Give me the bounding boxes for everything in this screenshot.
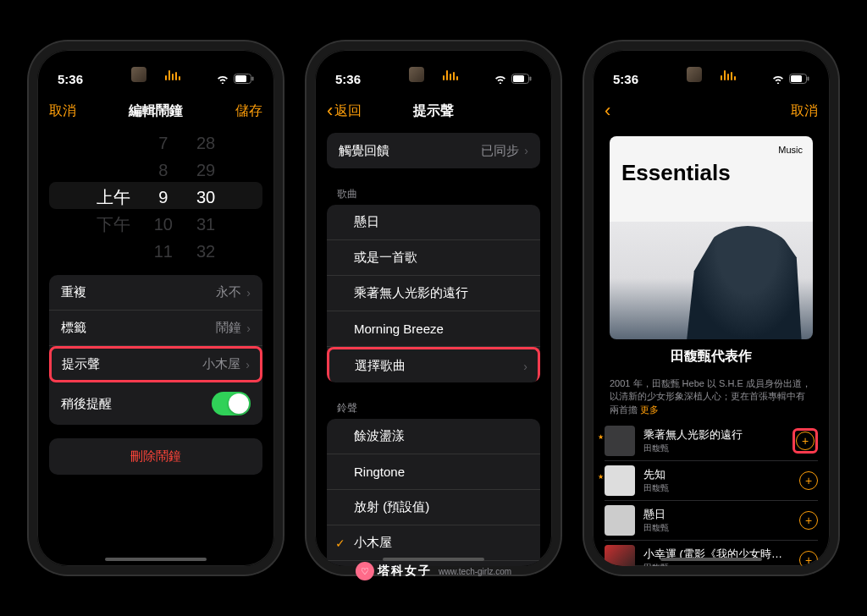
track-thumb [605, 426, 635, 456]
add-button[interactable]: + [799, 551, 818, 566]
island-album-art [687, 67, 702, 82]
album-card: Music Essentials 田馥甄代表作 [610, 136, 813, 366]
wifi-icon [771, 72, 785, 86]
svg-rect-8 [808, 76, 809, 80]
tag-value: 鬧鐘 [216, 320, 241, 336]
haptic-label: 觸覺回饋 [339, 143, 389, 159]
track-row[interactable]: ★ 先知田馥甄 + [605, 461, 818, 501]
choose-song-label: 選擇歌曲 [340, 358, 406, 374]
picker-hour-col[interactable]: 7 8 9 10 11 [154, 129, 173, 261]
album-artist-figure [687, 226, 809, 339]
sound-label: 提示聲 [62, 356, 100, 372]
haptic-row[interactable]: 觸覺回饋 已同步› [327, 133, 540, 168]
back-button[interactable]: ‹ [605, 100, 647, 122]
status-time: 5:36 [58, 72, 83, 86]
track-row[interactable]: 懸日田馥甄 + [605, 501, 818, 541]
chevron-left-icon: ‹ [327, 100, 333, 122]
snooze-row: 稍後提醒 [49, 382, 262, 425]
ringtones-group: 餘波盪漾 Ringtone 放射 (預設值) ✓小木屋 山谷 水銀 四方 幼苗 [327, 419, 540, 566]
watermark-brand: 塔科女子 [378, 564, 432, 579]
track-thumb [605, 505, 635, 536]
section-header-songs: 歌曲 [315, 182, 552, 205]
wifi-icon [216, 72, 229, 86]
dynamic-island[interactable] [665, 62, 757, 87]
time-picker[interactable]: 上午 下午 7 8 9 10 11 28 29 30 31 32 [49, 129, 262, 261]
back-button[interactable]: ‹返回 [327, 100, 369, 122]
delete-alarm-button[interactable]: 刪除鬧鐘 [49, 438, 262, 475]
ringtone-row[interactable]: 餘波盪漾 [327, 419, 540, 454]
repeat-row[interactable]: 重複 永不› [49, 275, 262, 311]
check-icon: ✓ [335, 536, 345, 550]
island-audio-bars-icon [443, 69, 458, 80]
chevron-right-icon: › [246, 286, 251, 300]
nav-bar: ‹ 取消 [593, 92, 830, 129]
star-icon: ★ [598, 433, 604, 441]
more-button[interactable]: 更多 [640, 404, 659, 415]
tag-label: 標籤 [61, 320, 86, 336]
snooze-label: 稍後提醒 [61, 396, 112, 412]
nav-title: 提示聲 [369, 102, 498, 120]
album-art[interactable]: Music Essentials [610, 136, 813, 339]
home-indicator[interactable] [105, 558, 207, 561]
album-essentials-label: Essentials [621, 160, 731, 186]
cancel-button[interactable]: 取消 [49, 102, 91, 120]
track-row[interactable]: ★ 乘著無人光影的遠行田馥甄 + [605, 421, 818, 461]
home-indicator[interactable] [383, 558, 484, 561]
choose-song-row[interactable]: 選擇歌曲 › [327, 347, 540, 382]
track-list: ★ 乘著無人光影的遠行田馥甄 + ★ 先知田馥甄 + 懸日田馥甄 + 小幸運 (… [593, 418, 830, 566]
picker-ampm-col[interactable]: 上午 下午 [97, 129, 130, 261]
alarm-settings-group: 重複 永不› 標籤 鬧鐘› 提示聲 小木屋› 稍後提醒 [49, 275, 262, 425]
dynamic-island[interactable] [110, 62, 202, 87]
ringtone-row[interactable]: 放射 (預設值) [327, 490, 540, 525]
island-audio-bars-icon [165, 69, 180, 80]
album-description: 2001 年，田馥甄 Hebe 以 S.H.E 成員身份出道，以清新的少女形象深… [593, 374, 830, 418]
sound-row[interactable]: 提示聲 小木屋› [49, 346, 262, 382]
phone-music-picker: 5:36 ‹ 取消 Music Essentials 田馥甄代表作 2001 年… [584, 41, 838, 575]
add-button-highlight: + [792, 428, 818, 454]
track-thumb [605, 545, 635, 566]
chevron-right-icon: › [523, 360, 527, 373]
song-row[interactable]: Morning Breeze [327, 311, 540, 347]
song-row[interactable]: 懸日 [327, 205, 540, 240]
island-audio-bars-icon [721, 69, 736, 80]
sound-value: 小木屋 [202, 356, 240, 372]
status-time: 5:36 [335, 72, 361, 86]
section-header-ringtones: 鈴聲 [315, 396, 552, 419]
island-album-art [409, 67, 424, 82]
album-title: 田馥甄代表作 [610, 348, 813, 366]
track-row[interactable]: 小幸運 (電影《我的少女時代》主…田馥甄 + [605, 541, 818, 566]
svg-rect-1 [235, 75, 246, 82]
nav-bar: ‹返回 提示聲 [315, 92, 552, 129]
watermark-url: www.tech-girlz.com [439, 567, 511, 576]
phone-edit-alarm: 5:36 取消 編輯鬧鐘 儲存 上午 下午 [29, 41, 283, 575]
chevron-right-icon: › [246, 322, 251, 335]
apple-music-icon: Music [778, 145, 803, 155]
repeat-value: 永不 [216, 284, 241, 300]
song-row[interactable]: 或是一首歌 [327, 240, 540, 276]
add-button[interactable]: + [796, 432, 815, 450]
tag-row[interactable]: 標籤 鬧鐘› [49, 311, 262, 346]
repeat-label: 重複 [61, 284, 86, 300]
ringtone-row[interactable]: Ringtone [327, 454, 540, 490]
svg-rect-5 [530, 76, 532, 80]
cancel-button[interactable]: 取消 [776, 102, 818, 120]
ringtone-row[interactable]: ✓小木屋 [327, 525, 540, 561]
song-row[interactable]: 乘著無人光影的遠行 [327, 276, 540, 311]
chevron-right-icon: › [246, 358, 250, 371]
status-time: 5:36 [613, 72, 638, 86]
star-icon: ★ [598, 473, 604, 481]
chevron-right-icon: › [524, 144, 528, 157]
snooze-toggle[interactable] [212, 392, 251, 415]
dynamic-island[interactable] [388, 62, 479, 87]
nav-title: 編輯鬧鐘 [91, 102, 220, 120]
wifi-icon [494, 72, 507, 86]
save-button[interactable]: 儲存 [220, 102, 262, 120]
home-indicator[interactable] [660, 558, 762, 561]
picker-minute-col[interactable]: 28 29 30 31 32 [196, 129, 215, 261]
battery-icon [234, 72, 254, 86]
track-thumb [605, 465, 635, 496]
add-button[interactable]: + [799, 511, 818, 530]
svg-rect-4 [513, 75, 524, 82]
haptic-group: 觸覺回饋 已同步› [327, 133, 540, 168]
add-button[interactable]: + [799, 471, 818, 490]
